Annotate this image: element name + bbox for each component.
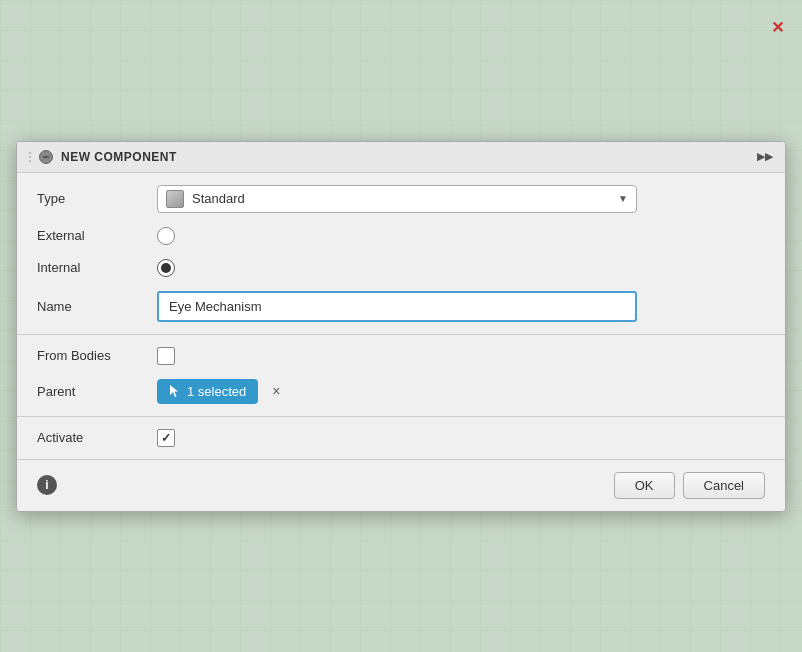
internal-label: Internal [37, 260, 157, 275]
grip-handle [29, 152, 31, 162]
dialog-body: Type Standard ▼ External Internal [17, 173, 785, 459]
name-control [157, 291, 765, 322]
parent-control: 1 selected × [157, 379, 765, 404]
parent-selector-button[interactable]: 1 selected [157, 379, 258, 404]
type-row: Type Standard ▼ [37, 185, 765, 213]
activate-checkbox[interactable] [157, 429, 175, 447]
external-control [157, 227, 765, 245]
type-label: Type [37, 191, 157, 206]
name-input[interactable] [157, 291, 637, 322]
component-icon [39, 150, 53, 164]
name-label: Name [37, 299, 157, 314]
type-select-text: Standard [192, 191, 610, 206]
type-select[interactable]: Standard ▼ [157, 185, 637, 213]
dialog-title: NEW COMPONENT [61, 150, 177, 164]
parent-clear-button[interactable]: × [266, 381, 286, 401]
activate-row: Activate [37, 429, 765, 447]
activate-label: Activate [37, 430, 157, 445]
section-type-name: Type Standard ▼ External Internal [17, 173, 785, 335]
info-icon[interactable]: i [37, 475, 57, 495]
external-row: External [37, 227, 765, 245]
from-bodies-label: From Bodies [37, 348, 157, 363]
internal-control [157, 259, 765, 277]
title-bar-left: NEW COMPONENT [29, 150, 177, 164]
from-bodies-checkbox[interactable] [157, 347, 175, 365]
section-bodies-parent: From Bodies Parent 1 selected × [17, 335, 785, 417]
internal-radio[interactable] [157, 259, 175, 277]
activate-control [157, 429, 765, 447]
cursor-icon [169, 384, 181, 398]
fast-forward-icon[interactable]: ▶▶ [757, 150, 773, 163]
parent-label: Parent [37, 384, 157, 399]
footer-buttons: OK Cancel [614, 472, 765, 499]
from-bodies-row: From Bodies [37, 347, 765, 365]
dropdown-arrow-icon: ▼ [618, 193, 628, 204]
external-label: External [37, 228, 157, 243]
footer: i OK Cancel [17, 459, 785, 511]
type-control: Standard ▼ [157, 185, 765, 213]
internal-row: Internal [37, 259, 765, 277]
name-row: Name [37, 291, 765, 322]
external-radio[interactable] [157, 227, 175, 245]
parent-row: Parent 1 selected × [37, 379, 765, 404]
new-component-dialog: NEW COMPONENT ▶▶ Type Standard ▼ Externa… [16, 141, 786, 512]
cancel-button[interactable]: Cancel [683, 472, 765, 499]
title-bar: NEW COMPONENT ▶▶ [17, 142, 785, 173]
ok-button[interactable]: OK [614, 472, 675, 499]
type-select-icon [166, 190, 184, 208]
from-bodies-control [157, 347, 765, 365]
parent-selector-label: 1 selected [187, 384, 246, 399]
section-activate: Activate [17, 417, 785, 459]
